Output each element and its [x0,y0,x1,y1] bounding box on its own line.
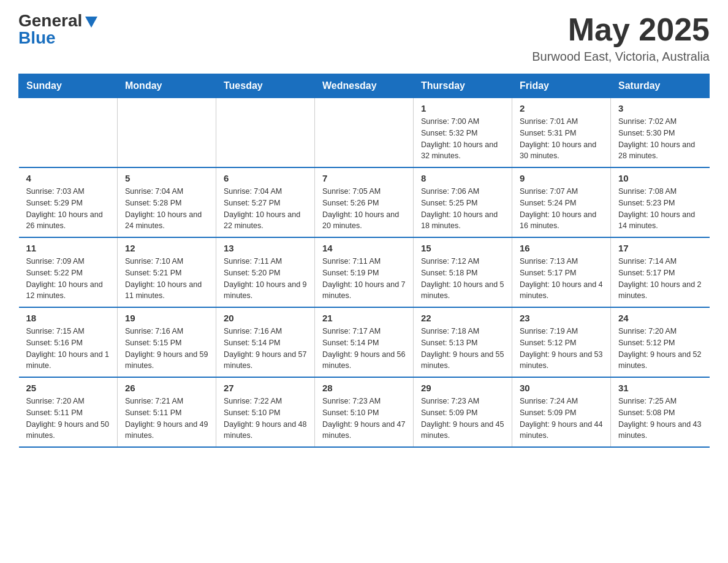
calendar-cell: 15Sunrise: 7:12 AM Sunset: 5:18 PM Dayli… [414,237,512,307]
day-number: 10 [618,173,702,183]
day-number: 18 [26,313,110,323]
day-number: 7 [322,173,406,183]
calendar-header-saturday: Saturday [611,74,710,98]
day-info: Sunrise: 7:00 AM Sunset: 5:32 PM Dayligh… [421,116,504,162]
calendar-cell: 18Sunrise: 7:15 AM Sunset: 5:16 PM Dayli… [19,307,118,377]
day-info: Sunrise: 7:23 AM Sunset: 5:10 PM Dayligh… [322,396,406,442]
day-number: 26 [125,383,208,393]
day-number: 6 [224,173,307,183]
day-info: Sunrise: 7:04 AM Sunset: 5:27 PM Dayligh… [224,186,307,232]
day-number: 8 [421,173,504,183]
logo-triangle-icon [85,17,97,28]
day-number: 31 [618,383,702,393]
day-info: Sunrise: 7:07 AM Sunset: 5:24 PM Dayligh… [520,186,603,232]
calendar-table: SundayMondayTuesdayWednesdayThursdayFrid… [18,74,710,448]
calendar-cell: 29Sunrise: 7:23 AM Sunset: 5:09 PM Dayli… [414,377,512,447]
day-info: Sunrise: 7:17 AM Sunset: 5:14 PM Dayligh… [322,326,406,372]
calendar-cell: 16Sunrise: 7:13 AM Sunset: 5:17 PM Dayli… [512,237,611,307]
calendar-header-sunday: Sunday [19,74,118,98]
day-number: 5 [125,173,208,183]
calendar-cell: 22Sunrise: 7:18 AM Sunset: 5:13 PM Dayli… [414,307,512,377]
calendar-week-row: 1Sunrise: 7:00 AM Sunset: 5:32 PM Daylig… [19,98,710,168]
day-number: 20 [224,313,307,323]
calendar-header-wednesday: Wednesday [315,74,414,98]
calendar-week-row: 4Sunrise: 7:03 AM Sunset: 5:29 PM Daylig… [19,167,710,237]
calendar-cell: 1Sunrise: 7:00 AM Sunset: 5:32 PM Daylig… [414,98,512,168]
day-info: Sunrise: 7:15 AM Sunset: 5:16 PM Dayligh… [26,326,110,372]
day-number: 3 [618,103,702,113]
day-info: Sunrise: 7:21 AM Sunset: 5:11 PM Dayligh… [125,396,208,442]
day-info: Sunrise: 7:16 AM Sunset: 5:15 PM Dayligh… [125,326,208,372]
month-year-title: May 2025 [532,12,710,47]
day-info: Sunrise: 7:11 AM Sunset: 5:19 PM Dayligh… [322,256,406,302]
day-info: Sunrise: 7:10 AM Sunset: 5:21 PM Dayligh… [125,256,208,302]
page-header: General Blue May 2025 Burwood East, Vict… [18,12,710,64]
day-info: Sunrise: 7:24 AM Sunset: 5:09 PM Dayligh… [520,396,603,442]
calendar-cell: 20Sunrise: 7:16 AM Sunset: 5:14 PM Dayli… [216,307,315,377]
calendar-cell: 10Sunrise: 7:08 AM Sunset: 5:23 PM Dayli… [611,167,710,237]
calendar-cell: 30Sunrise: 7:24 AM Sunset: 5:09 PM Dayli… [512,377,611,447]
day-info: Sunrise: 7:02 AM Sunset: 5:30 PM Dayligh… [618,116,702,162]
calendar-cell [315,98,414,168]
calendar-cell: 2Sunrise: 7:01 AM Sunset: 5:31 PM Daylig… [512,98,611,168]
day-info: Sunrise: 7:14 AM Sunset: 5:17 PM Dayligh… [618,256,702,302]
calendar-cell: 24Sunrise: 7:20 AM Sunset: 5:12 PM Dayli… [611,307,710,377]
day-number: 2 [520,103,603,113]
day-number: 15 [421,243,504,253]
calendar-cell [19,98,118,168]
calendar-cell: 12Sunrise: 7:10 AM Sunset: 5:21 PM Dayli… [118,237,216,307]
logo: General Blue [18,12,97,47]
day-info: Sunrise: 7:16 AM Sunset: 5:14 PM Dayligh… [224,326,307,372]
calendar-cell: 19Sunrise: 7:16 AM Sunset: 5:15 PM Dayli… [118,307,216,377]
location-subtitle: Burwood East, Victoria, Australia [532,50,710,64]
day-info: Sunrise: 7:08 AM Sunset: 5:23 PM Dayligh… [618,186,702,232]
calendar-header-friday: Friday [512,74,611,98]
day-number: 1 [421,103,504,113]
calendar-cell: 27Sunrise: 7:22 AM Sunset: 5:10 PM Dayli… [216,377,315,447]
day-number: 27 [224,383,307,393]
title-section: May 2025 Burwood East, Victoria, Austral… [532,12,710,64]
day-number: 4 [26,173,110,183]
day-info: Sunrise: 7:19 AM Sunset: 5:12 PM Dayligh… [520,326,603,372]
calendar-cell: 26Sunrise: 7:21 AM Sunset: 5:11 PM Dayli… [118,377,216,447]
calendar-cell: 3Sunrise: 7:02 AM Sunset: 5:30 PM Daylig… [611,98,710,168]
day-info: Sunrise: 7:23 AM Sunset: 5:09 PM Dayligh… [421,396,504,442]
logo-general-text: General [18,12,82,29]
day-info: Sunrise: 7:25 AM Sunset: 5:08 PM Dayligh… [618,396,702,442]
calendar-cell: 4Sunrise: 7:03 AM Sunset: 5:29 PM Daylig… [19,167,118,237]
calendar-week-row: 11Sunrise: 7:09 AM Sunset: 5:22 PM Dayli… [19,237,710,307]
calendar-header-row: SundayMondayTuesdayWednesdayThursdayFrid… [19,74,710,98]
calendar-cell: 7Sunrise: 7:05 AM Sunset: 5:26 PM Daylig… [315,167,414,237]
day-number: 21 [322,313,406,323]
calendar-header-monday: Monday [118,74,216,98]
day-info: Sunrise: 7:06 AM Sunset: 5:25 PM Dayligh… [421,186,504,232]
calendar-cell: 13Sunrise: 7:11 AM Sunset: 5:20 PM Dayli… [216,237,315,307]
day-info: Sunrise: 7:22 AM Sunset: 5:10 PM Dayligh… [224,396,307,442]
day-number: 29 [421,383,504,393]
day-number: 19 [125,313,208,323]
day-number: 28 [322,383,406,393]
day-info: Sunrise: 7:09 AM Sunset: 5:22 PM Dayligh… [26,256,110,302]
day-number: 30 [520,383,603,393]
day-info: Sunrise: 7:18 AM Sunset: 5:13 PM Dayligh… [421,326,504,372]
calendar-cell: 6Sunrise: 7:04 AM Sunset: 5:27 PM Daylig… [216,167,315,237]
day-number: 22 [421,313,504,323]
logo-blue-text: Blue [18,29,56,47]
calendar-cell: 11Sunrise: 7:09 AM Sunset: 5:22 PM Dayli… [19,237,118,307]
calendar-week-row: 18Sunrise: 7:15 AM Sunset: 5:16 PM Dayli… [19,307,710,377]
calendar-header-tuesday: Tuesday [216,74,315,98]
calendar-cell: 14Sunrise: 7:11 AM Sunset: 5:19 PM Dayli… [315,237,414,307]
calendar-cell: 17Sunrise: 7:14 AM Sunset: 5:17 PM Dayli… [611,237,710,307]
calendar-cell: 8Sunrise: 7:06 AM Sunset: 5:25 PM Daylig… [414,167,512,237]
day-info: Sunrise: 7:05 AM Sunset: 5:26 PM Dayligh… [322,186,406,232]
day-number: 14 [322,243,406,253]
day-info: Sunrise: 7:20 AM Sunset: 5:11 PM Dayligh… [26,396,110,442]
calendar-cell [118,98,216,168]
day-number: 23 [520,313,603,323]
calendar-header-thursday: Thursday [414,74,512,98]
calendar-cell: 28Sunrise: 7:23 AM Sunset: 5:10 PM Dayli… [315,377,414,447]
calendar-week-row: 25Sunrise: 7:20 AM Sunset: 5:11 PM Dayli… [19,377,710,447]
calendar-cell: 25Sunrise: 7:20 AM Sunset: 5:11 PM Dayli… [19,377,118,447]
day-info: Sunrise: 7:03 AM Sunset: 5:29 PM Dayligh… [26,186,110,232]
day-info: Sunrise: 7:01 AM Sunset: 5:31 PM Dayligh… [520,116,603,162]
